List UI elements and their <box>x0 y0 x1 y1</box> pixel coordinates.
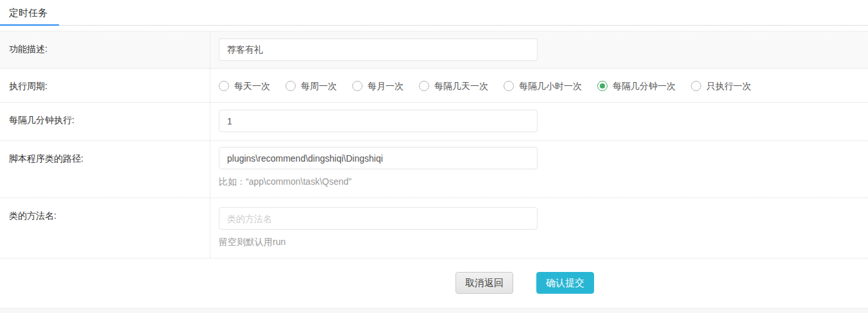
submit-button[interactable]: 确认提交 <box>536 272 594 294</box>
form-row-minutes-interval: 每隔几分钟执行: <box>0 103 868 141</box>
radio-icon <box>691 81 701 91</box>
form-row-cycle: 执行周期: 每天一次 每周一次 每月一次 <box>0 69 868 103</box>
cycle-radio-group: 每天一次 每周一次 每月一次 每隔几天一次 <box>219 80 868 92</box>
radio-option-daily[interactable]: 每天一次 <box>219 80 270 92</box>
field-label-minutes-interval: 每隔几分钟执行: <box>0 103 210 140</box>
radio-icon <box>285 81 296 91</box>
minutes-interval-input[interactable] <box>219 110 538 132</box>
tab-scheduled-task[interactable]: 定时任务 <box>0 0 59 26</box>
class-path-input[interactable] <box>219 147 538 169</box>
field-label-description: 功能描述: <box>0 31 210 68</box>
radio-option-run-once[interactable]: 只执行一次 <box>691 80 751 92</box>
page-bottom-strip <box>0 308 868 313</box>
field-label-method-name: 类的方法名: <box>0 198 210 258</box>
form-row-description: 功能描述: <box>0 31 868 69</box>
radio-icon <box>219 81 229 91</box>
scheduled-task-form: 功能描述: 执行周期: 每天一次 每周一次 <box>0 31 868 308</box>
radio-option-label: 每天一次 <box>234 80 270 92</box>
radio-icon <box>597 81 608 91</box>
radio-option-every-n-hours[interactable]: 每隔几小时一次 <box>504 80 582 92</box>
class-path-hint: 比如：“app\common\task\Qsend” <box>219 175 868 188</box>
scheduled-task-page: 定时任务 功能描述: 执行周期: 每天一次 每周 <box>0 0 868 313</box>
radio-option-every-n-minutes[interactable]: 每隔几分钟一次 <box>597 80 676 92</box>
radio-option-label: 每隔几天一次 <box>434 80 488 92</box>
radio-option-label: 只执行一次 <box>706 80 751 92</box>
radio-icon <box>352 81 362 91</box>
field-label-cycle: 执行周期: <box>0 69 210 102</box>
radio-option-label: 每隔几小时一次 <box>519 80 582 92</box>
form-row-method-name: 类的方法名: 留空则默认用run <box>0 198 868 258</box>
radio-option-every-n-days[interactable]: 每隔几天一次 <box>419 80 488 92</box>
radio-icon <box>504 81 514 91</box>
active-tab-underline <box>0 24 59 26</box>
form-row-class-path: 脚本程序类的路径: 比如：“app\common\task\Qsend” <box>0 141 868 198</box>
radio-icon <box>419 81 429 91</box>
radio-option-label: 每周一次 <box>301 80 337 92</box>
cancel-button[interactable]: 取消返回 <box>455 272 513 294</box>
radio-option-weekly[interactable]: 每周一次 <box>285 80 337 92</box>
description-input[interactable] <box>219 38 538 61</box>
method-name-input[interactable] <box>219 207 538 230</box>
radio-option-monthly[interactable]: 每月一次 <box>352 80 404 92</box>
field-label-class-path: 脚本程序类的路径: <box>0 141 210 198</box>
radio-option-label: 每月一次 <box>368 80 404 92</box>
form-row-actions: 取消返回 确认提交 <box>0 258 868 308</box>
tab-bar: 定时任务 <box>0 0 868 26</box>
radio-option-label: 每隔几分钟一次 <box>613 80 676 92</box>
method-name-hint: 留空则默认用run <box>219 235 868 248</box>
